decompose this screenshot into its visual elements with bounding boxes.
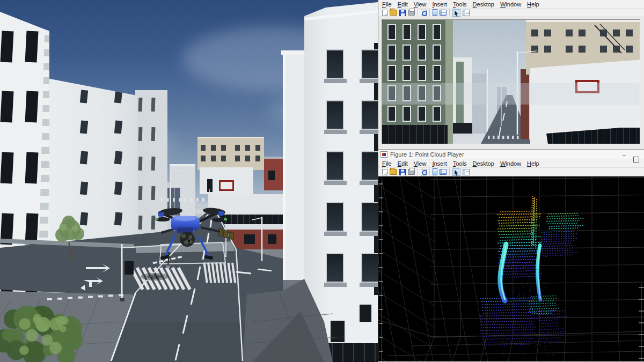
minimize-button[interactable]: – xyxy=(618,150,630,159)
menu-help[interactable]: Help xyxy=(527,1,539,8)
lidar-scan-line xyxy=(500,237,541,238)
lidar-scan-line xyxy=(531,306,556,307)
pointer-tool-icon[interactable] xyxy=(452,168,460,176)
lidar-scan-line xyxy=(553,353,554,354)
lidar-scan-line xyxy=(547,223,577,224)
open-file-icon[interactable] xyxy=(390,169,397,175)
lidar-scan-line xyxy=(530,290,531,291)
lidar-scan-line xyxy=(378,357,435,361)
lidar-scan-line xyxy=(539,320,559,321)
simulation-viewport[interactable] xyxy=(0,0,378,362)
lidar-scan-line xyxy=(547,216,579,217)
lidar-scan-line xyxy=(378,292,435,328)
lidar-scan-line xyxy=(529,295,530,297)
lidar-scan-line xyxy=(536,199,537,247)
menu-insert[interactable]: Insert xyxy=(432,1,447,8)
lidar-scan-line xyxy=(543,290,544,291)
menu-file[interactable]: File xyxy=(382,1,392,8)
pointcloud-menubar: File Edit View Insert Tools Desktop Wind… xyxy=(378,159,644,167)
menu-file[interactable]: File xyxy=(382,160,392,167)
lidar-scan-line xyxy=(539,344,540,345)
menu-view[interactable]: View xyxy=(414,1,427,8)
export-icon[interactable] xyxy=(421,169,427,175)
lidar-scan-line xyxy=(481,321,535,322)
lidar-scan-line xyxy=(508,335,513,361)
pointcloud-toolbar xyxy=(378,167,644,176)
lidar-scan-line xyxy=(539,348,540,349)
lidar-scan-line xyxy=(545,287,546,288)
lidar-scan-line xyxy=(524,295,525,296)
lidar-scan-line xyxy=(430,195,644,197)
lidar-scan-line xyxy=(530,286,531,287)
menu-edit[interactable]: Edit xyxy=(398,1,408,8)
pixel-region-icon[interactable] xyxy=(440,10,447,16)
export-icon[interactable] xyxy=(421,10,427,16)
menu-window[interactable]: Window xyxy=(500,1,521,8)
new-file-icon[interactable] xyxy=(382,169,387,175)
lidar-scan-line xyxy=(515,270,516,271)
lidar-scan-line xyxy=(510,282,511,283)
lidar-scan-line xyxy=(528,276,529,277)
menu-help[interactable]: Help xyxy=(527,160,539,167)
pointer-tool-icon[interactable] xyxy=(452,9,460,17)
lidar-scan-line xyxy=(529,278,530,279)
lidar-scan-line xyxy=(546,269,547,270)
lidar-scan-line xyxy=(529,289,530,290)
menu-edit[interactable]: Edit xyxy=(398,160,408,167)
lidar-scan-line xyxy=(547,218,585,219)
save-icon[interactable] xyxy=(399,169,406,175)
camera-overlay xyxy=(382,20,640,144)
camera-figure-content xyxy=(378,17,644,149)
lidar-scan-line xyxy=(523,287,524,288)
lidar-scan-line xyxy=(378,335,435,361)
video-viewer-icon[interactable] xyxy=(433,168,437,175)
lidar-scan-line xyxy=(506,293,507,294)
open-file-icon[interactable] xyxy=(390,10,397,16)
lidar-scan-line xyxy=(547,352,548,353)
lidar-scan-line xyxy=(523,266,524,267)
lidar-scan-line xyxy=(539,341,567,342)
menu-desktop[interactable]: Desktop xyxy=(473,160,494,167)
lidar-scan-line xyxy=(544,338,545,339)
lidar-scan-line xyxy=(411,341,644,346)
lidar-scan-line xyxy=(508,338,509,339)
pointcloud-titlebar[interactable]: Figure 1: Point Cloud Player – xyxy=(378,149,644,159)
lidar-scan-line xyxy=(525,353,526,354)
menu-window[interactable]: Window xyxy=(500,160,521,167)
lidar-scan-line xyxy=(500,211,535,212)
menu-tools[interactable]: Tools xyxy=(453,160,467,167)
maintain-fit-icon[interactable] xyxy=(463,169,470,175)
lidar-scan-line xyxy=(546,339,547,340)
pixel-region-icon[interactable] xyxy=(440,169,447,175)
lidar-scan-line xyxy=(521,344,522,345)
window-title: Figure 1: Point Cloud Player xyxy=(390,151,618,158)
camera-figure-window: File Edit View Insert Tools Desktop Wind… xyxy=(378,0,644,149)
lidar-scan-line xyxy=(499,217,541,218)
lidar-scan-line xyxy=(430,178,644,180)
video-viewer-icon[interactable] xyxy=(433,9,437,16)
lidar-scan-line xyxy=(544,234,578,235)
lidar-scan-line xyxy=(539,329,564,330)
lidar-scan-line xyxy=(430,212,644,215)
lidar-scan-line xyxy=(541,326,560,327)
menu-tools[interactable]: Tools xyxy=(453,1,467,8)
new-file-icon[interactable] xyxy=(382,10,387,16)
menu-view[interactable]: View xyxy=(414,160,427,167)
maintain-fit-icon[interactable] xyxy=(463,10,470,16)
lidar-scan-line xyxy=(483,313,537,314)
lidar-scan-line xyxy=(480,333,536,334)
lidar-scan-line xyxy=(535,268,536,269)
street-and-drone-overlay xyxy=(0,0,378,362)
print-icon[interactable] xyxy=(408,10,415,16)
lidar-scan-line xyxy=(540,279,541,280)
menu-insert[interactable]: Insert xyxy=(432,160,447,167)
lidar-scan-line xyxy=(388,351,644,356)
lidar-scan-line xyxy=(482,309,533,311)
lidar-scan-line xyxy=(529,270,530,271)
pointcloud-plot xyxy=(378,176,644,361)
lidar-scan-line xyxy=(559,337,560,338)
save-icon[interactable] xyxy=(399,10,406,16)
print-icon[interactable] xyxy=(408,169,415,175)
pointcloud-canvas[interactable] xyxy=(378,176,644,361)
menu-desktop[interactable]: Desktop xyxy=(473,1,494,8)
